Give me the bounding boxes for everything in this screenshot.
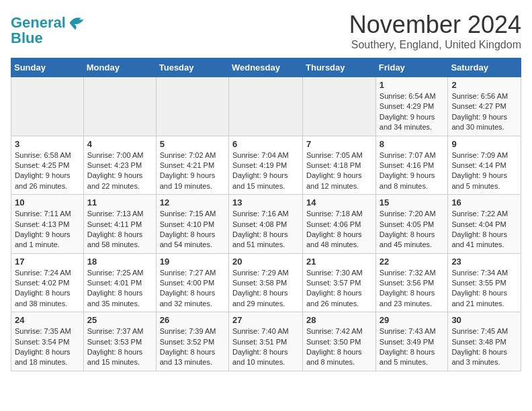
day-info: Sunset: 4:19 PM [232, 161, 299, 171]
calendar-cell [156, 77, 228, 136]
calendar-cell: 22Sunrise: 7:32 AMSunset: 3:56 PMDayligh… [375, 253, 448, 312]
calendar-cell: 21Sunrise: 7:30 AMSunset: 3:57 PMDayligh… [303, 253, 376, 312]
calendar-cell: 19Sunrise: 7:27 AMSunset: 4:00 PMDayligh… [156, 253, 228, 312]
day-info: Sunrise: 7:45 AM [451, 326, 517, 336]
day-info: Sunrise: 7:02 AM [160, 150, 225, 161]
day-info: Daylight: 9 hours and 22 minutes. [87, 171, 152, 191]
day-number: 7 [306, 139, 372, 149]
calendar-cell [303, 77, 376, 136]
day-number: 6 [232, 139, 299, 149]
calendar-cell: 24Sunrise: 7:35 AMSunset: 3:54 PMDayligh… [11, 312, 84, 371]
day-info: Daylight: 8 hours and 32 minutes. [160, 288, 225, 309]
day-info: Sunrise: 7:13 AM [87, 209, 152, 219]
week-row-5: 24Sunrise: 7:35 AMSunset: 3:54 PMDayligh… [11, 312, 521, 371]
day-info: Daylight: 8 hours and 41 minutes. [451, 230, 517, 250]
calendar-cell: 28Sunrise: 7:42 AMSunset: 3:50 PMDayligh… [303, 312, 376, 371]
day-info: Sunrise: 7:22 AM [451, 209, 517, 219]
day-info: Daylight: 8 hours and 51 minutes. [232, 230, 299, 250]
day-number: 11 [87, 197, 152, 208]
calendar-cell: 9Sunrise: 7:09 AMSunset: 4:14 PMDaylight… [448, 136, 521, 195]
day-number: 21 [306, 257, 372, 267]
day-info: Sunset: 4:06 PM [306, 220, 372, 230]
day-info: Daylight: 9 hours and 34 minutes. [380, 112, 445, 133]
day-info: Sunrise: 7:04 AM [232, 150, 299, 161]
calendar-cell: 18Sunrise: 7:25 AMSunset: 4:01 PMDayligh… [83, 253, 156, 312]
day-info: Sunset: 3:54 PM [15, 337, 80, 347]
calendar-cell: 6Sunrise: 7:04 AMSunset: 4:19 PMDaylight… [228, 136, 302, 195]
day-info: Sunrise: 7:05 AM [306, 150, 372, 161]
day-number: 15 [380, 197, 445, 208]
day-info: Daylight: 9 hours and 5 minutes. [451, 171, 517, 191]
day-info: Sunset: 3:50 PM [306, 337, 372, 347]
day-number: 30 [451, 315, 517, 325]
calendar-cell: 5Sunrise: 7:02 AMSunset: 4:21 PMDaylight… [156, 136, 228, 195]
day-info: Daylight: 8 hours and 15 minutes. [87, 347, 152, 368]
day-info: Sunrise: 7:27 AM [160, 268, 225, 278]
day-info: Sunrise: 7:25 AM [87, 268, 152, 278]
day-info: Daylight: 9 hours and 12 minutes. [306, 171, 372, 191]
day-info: Sunrise: 7:35 AM [15, 326, 80, 336]
day-number: 28 [306, 315, 372, 325]
calendar-cell: 8Sunrise: 7:07 AMSunset: 4:16 PMDaylight… [375, 136, 448, 195]
calendar-cell: 14Sunrise: 7:18 AMSunset: 4:06 PMDayligh… [303, 195, 376, 254]
week-row-4: 17Sunrise: 7:24 AMSunset: 4:02 PMDayligh… [11, 253, 521, 312]
day-info: Sunset: 3:51 PM [232, 337, 299, 347]
header-day-tuesday: Tuesday [156, 58, 228, 77]
day-info: Daylight: 8 hours and 54 minutes. [160, 230, 225, 250]
day-number: 9 [451, 139, 517, 149]
day-number: 2 [451, 80, 517, 90]
day-info: Daylight: 9 hours and 19 minutes. [160, 171, 225, 191]
day-info: Sunrise: 6:56 AM [451, 91, 517, 101]
calendar-cell: 27Sunrise: 7:40 AMSunset: 3:51 PMDayligh… [228, 312, 302, 371]
day-info: Sunset: 4:16 PM [380, 161, 445, 171]
week-row-1: 1Sunrise: 6:54 AMSunset: 4:29 PMDaylight… [11, 77, 521, 136]
calendar-cell: 2Sunrise: 6:56 AMSunset: 4:27 PMDaylight… [448, 77, 521, 136]
day-info: Daylight: 8 hours and 26 minutes. [306, 288, 372, 309]
day-info: Daylight: 8 hours and 8 minutes. [306, 347, 372, 368]
day-info: Sunset: 3:55 PM [451, 278, 517, 288]
calendar-cell: 11Sunrise: 7:13 AMSunset: 4:11 PMDayligh… [83, 195, 156, 254]
day-info: Sunset: 3:48 PM [451, 337, 517, 347]
calendar-cell: 30Sunrise: 7:45 AMSunset: 3:48 PMDayligh… [448, 312, 521, 371]
day-info: Sunset: 4:25 PM [15, 161, 80, 171]
day-info: Sunrise: 6:58 AM [15, 150, 80, 161]
day-info: Daylight: 9 hours and 15 minutes. [232, 171, 299, 191]
day-info: Sunrise: 6:54 AM [380, 91, 445, 101]
header-row: SundayMondayTuesdayWednesdayThursdayFrid… [11, 58, 521, 77]
day-info: Sunrise: 7:37 AM [87, 326, 152, 336]
day-info: Sunset: 4:10 PM [160, 220, 225, 230]
day-info: Daylight: 8 hours and 5 minutes. [380, 347, 445, 368]
day-info: Sunrise: 7:09 AM [451, 150, 517, 161]
day-info: Daylight: 8 hours and 45 minutes. [380, 230, 445, 250]
day-info: Sunrise: 7:16 AM [232, 209, 299, 219]
day-number: 4 [87, 139, 152, 149]
day-info: Daylight: 8 hours and 10 minutes. [232, 347, 299, 368]
calendar-cell [11, 77, 84, 136]
day-info: Sunset: 4:01 PM [87, 278, 152, 288]
day-info: Sunrise: 7:30 AM [306, 268, 372, 278]
day-number: 27 [232, 315, 299, 325]
day-info: Sunset: 4:13 PM [15, 220, 80, 230]
calendar-cell: 20Sunrise: 7:29 AMSunset: 3:58 PMDayligh… [228, 253, 302, 312]
day-number: 20 [232, 257, 299, 267]
calendar-cell: 17Sunrise: 7:24 AMSunset: 4:02 PMDayligh… [11, 253, 84, 312]
day-number: 19 [160, 257, 225, 267]
day-info: Daylight: 8 hours and 13 minutes. [160, 347, 225, 368]
day-info: Daylight: 8 hours and 38 minutes. [15, 288, 80, 309]
day-info: Daylight: 8 hours and 23 minutes. [380, 288, 445, 309]
day-info: Sunset: 3:57 PM [306, 278, 372, 288]
day-number: 29 [380, 315, 445, 325]
day-number: 10 [15, 197, 80, 208]
calendar-cell: 16Sunrise: 7:22 AMSunset: 4:04 PMDayligh… [448, 195, 521, 254]
week-row-3: 10Sunrise: 7:11 AMSunset: 4:13 PMDayligh… [11, 195, 521, 254]
day-number: 8 [380, 139, 445, 149]
day-info: Sunrise: 7:11 AM [15, 209, 80, 219]
day-info: Sunset: 4:00 PM [160, 278, 225, 288]
logo-text: General [11, 15, 66, 31]
day-info: Sunrise: 7:39 AM [160, 326, 225, 336]
day-info: Sunset: 3:56 PM [380, 278, 445, 288]
week-row-2: 3Sunrise: 6:58 AMSunset: 4:25 PMDaylight… [11, 136, 521, 195]
day-number: 24 [15, 315, 80, 325]
day-info: Sunrise: 7:24 AM [15, 268, 80, 278]
calendar-cell: 7Sunrise: 7:05 AMSunset: 4:18 PMDaylight… [303, 136, 376, 195]
